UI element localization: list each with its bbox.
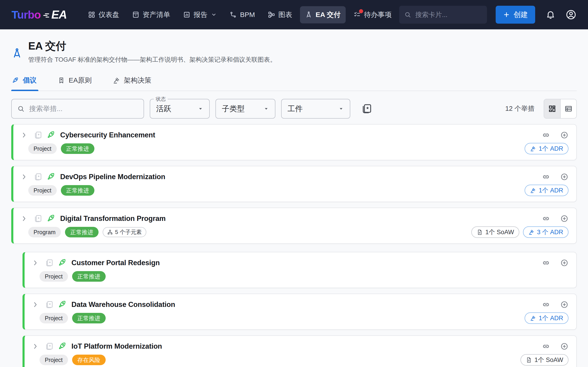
main-content: EA 交付 管理符合 TOGAF 标准的架构交付物——架构工作说明书、架构决策记… <box>0 39 588 367</box>
status-select-value: 活跃 <box>156 104 171 114</box>
nav-item-inventory[interactable]: 资产清单 <box>127 6 175 23</box>
children-badge: 5 个子元素 <box>103 227 146 237</box>
document-icon <box>477 229 483 235</box>
logo-ea-text: EA <box>51 8 67 21</box>
nav-item-bpm[interactable]: BPM <box>225 7 260 23</box>
link-icon[interactable] <box>542 215 550 223</box>
add-circle-icon[interactable] <box>560 215 569 223</box>
link-icon[interactable] <box>542 259 550 267</box>
nav-item-reports[interactable]: 报告 <box>178 6 222 23</box>
search-icon <box>17 105 25 112</box>
inventory-icon <box>132 11 139 18</box>
expand-chevron-icon[interactable] <box>21 173 27 180</box>
initiative-card: Digital Transformation Program Program 正… <box>11 208 577 244</box>
tab-bar: 倡议 EA原则 架构决策 <box>11 75 577 91</box>
type-badge: Project <box>28 185 57 196</box>
initiative-search-input[interactable] <box>29 105 138 113</box>
soaw-badge[interactable]: 1个 SoAW <box>471 226 519 238</box>
initiative-title[interactable]: IoT Platform Modernization <box>71 342 162 350</box>
link-icon[interactable] <box>542 173 550 181</box>
nav-item-todos[interactable]: 待办事项 <box>348 6 397 23</box>
add-circle-icon[interactable] <box>560 259 569 267</box>
gavel-icon <box>530 187 536 194</box>
artifact-select[interactable]: 工件 <box>281 99 350 119</box>
link-icon[interactable] <box>542 131 550 139</box>
link-icon[interactable] <box>542 300 550 309</box>
status-select[interactable]: 状态 活跃 <box>150 99 210 119</box>
add-circle-icon[interactable] <box>560 300 569 309</box>
type-badge: Project <box>40 313 68 323</box>
nav-label: 仪表盘 <box>99 10 119 19</box>
initiative-title[interactable]: DevOps Pipeline Modernization <box>60 173 165 181</box>
expand-chevron-icon[interactable] <box>21 215 27 222</box>
tab-initiatives[interactable]: 倡议 <box>11 75 38 91</box>
nav-label: 待办事项 <box>364 10 392 19</box>
tab-ea-principles[interactable]: EA原则 <box>57 75 94 91</box>
card-stack-filter-button[interactable] <box>361 103 372 115</box>
type-badge: Project <box>28 143 57 154</box>
bookmark-icon <box>58 77 65 84</box>
expand-chevron-icon[interactable] <box>21 132 27 139</box>
nav-label: 报告 <box>194 10 208 19</box>
link-icon[interactable] <box>542 342 550 350</box>
status-badge: 正常推进 <box>72 271 106 282</box>
tab-label: EA原则 <box>69 76 92 85</box>
gavel-icon <box>113 77 120 84</box>
nav-item-dashboard[interactable]: 仪表盘 <box>83 6 124 23</box>
adr-badge[interactable]: 3 个 ADR <box>523 226 569 238</box>
app-logo[interactable]: Turbo EA <box>11 8 67 21</box>
gavel-icon <box>530 146 536 152</box>
status-badge: 正常推进 <box>61 143 95 154</box>
nav-label: 图表 <box>278 10 292 19</box>
rocket-icon <box>46 172 56 181</box>
card-stack-icon <box>34 131 42 140</box>
expand-chevron-icon[interactable] <box>32 301 39 308</box>
adr-badge[interactable]: 1个 ADR <box>525 312 569 324</box>
nav-label: BPM <box>240 11 255 19</box>
create-button-label: 创建 <box>514 10 528 19</box>
grid-view-button[interactable] <box>544 99 560 118</box>
diagram-icon <box>268 11 275 18</box>
adr-badge[interactable]: 1个 ADR <box>525 185 569 196</box>
initiative-title[interactable]: Customer Portal Redesign <box>71 259 160 267</box>
nav-item-diagrams[interactable]: 图表 <box>263 6 297 23</box>
soaw-badge[interactable]: 1个 SoAW <box>520 354 569 366</box>
rocket-icon <box>58 300 67 309</box>
adr-badge[interactable]: 1个 ADR <box>525 143 569 154</box>
plus-icon <box>503 11 510 18</box>
nav-item-ea-delivery[interactable]: EA 交付 <box>300 6 346 23</box>
tab-architecture-decisions[interactable]: 架构决策 <box>112 75 153 91</box>
children-badge-label: 5 个子元素 <box>115 228 142 236</box>
adr-badge-label: 1个 ADR <box>539 314 563 322</box>
initiative-title[interactable]: Data Warehouse Consolidation <box>71 300 175 309</box>
initiative-count: 12 个举措 <box>505 104 535 113</box>
list-view-button[interactable] <box>560 99 576 118</box>
status-badge: 正常推进 <box>72 313 106 323</box>
initiative-card-child: IoT Platform Modernization Project 存在风险 … <box>23 335 577 367</box>
compass-icon <box>305 11 312 18</box>
add-circle-icon[interactable] <box>560 131 569 139</box>
gavel-icon <box>528 229 535 235</box>
initiative-title[interactable]: Cybersecurity Enhancement <box>60 131 155 139</box>
navbar-search[interactable] <box>399 6 487 24</box>
adr-badge-label: 1个 ADR <box>539 186 563 194</box>
navbar-search-input[interactable] <box>415 11 482 19</box>
initiative-card: DevOps Pipeline Modernization Project 正常… <box>11 166 577 202</box>
caret-down-icon <box>197 106 204 112</box>
filter-bar: 状态 活跃 子类型 工件 12 个举措 <box>11 99 577 119</box>
rocket-icon <box>58 258 67 267</box>
page-subtitle: 管理符合 TOGAF 标准的架构交付物——架构工作说明书、架构决策记录和倡议关联… <box>28 56 276 64</box>
user-avatar-button[interactable] <box>565 9 577 20</box>
rocket-icon <box>12 77 19 84</box>
expand-chevron-icon[interactable] <box>32 259 39 266</box>
create-button[interactable]: 创建 <box>496 6 535 24</box>
top-navbar: Turbo EA 仪表盘 资产清单 报告 <box>0 0 588 29</box>
initiative-title[interactable]: Digital Transformation Program <box>60 215 166 223</box>
notifications-bell-button[interactable] <box>546 10 555 19</box>
subtype-select[interactable]: 子类型 <box>216 99 275 119</box>
dashboard-icon <box>88 11 95 18</box>
add-circle-icon[interactable] <box>560 342 569 350</box>
expand-chevron-icon[interactable] <box>32 343 39 350</box>
initiative-search[interactable] <box>11 99 144 119</box>
add-circle-icon[interactable] <box>560 173 569 181</box>
